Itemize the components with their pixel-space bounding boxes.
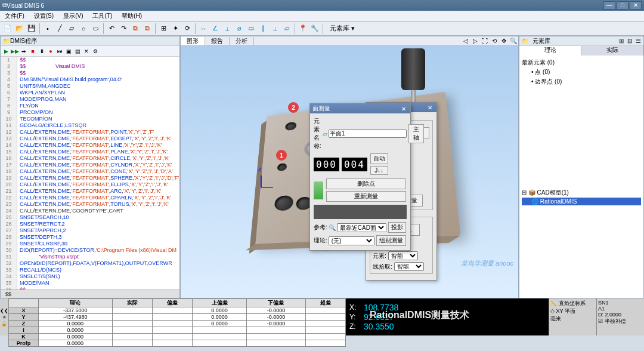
folder-icon: 📁: [3, 38, 10, 44]
proj-button[interactable]: 投影: [388, 222, 406, 233]
tab-report[interactable]: 报告: [205, 37, 230, 45]
opt-button[interactable]: J↓↓: [370, 166, 388, 175]
panel-title: 元素库: [532, 37, 550, 45]
new-icon[interactable]: 📄: [2, 23, 13, 34]
open-icon[interactable]: 📂: [14, 23, 25, 34]
view-pan-icon[interactable]: ✥: [499, 36, 509, 46]
plane-tool-icon[interactable]: ▱: [66, 23, 77, 34]
menu-view[interactable]: 显示(V): [58, 12, 88, 20]
ref-select[interactable]: 最靠近CAD面: [337, 223, 386, 232]
expand-icon[interactable]: ❮❮: [0, 308, 8, 313]
menu-settings[interactable]: 设置(S): [29, 12, 58, 20]
run-line-icon[interactable]: ▶▶: [11, 47, 19, 56]
status-info: 📐 直角坐标系 ◇ XY 平面 毫米: [549, 298, 596, 335]
dim-icon[interactable]: ↔: [198, 23, 209, 34]
axis-gizmo: Z: [258, 173, 276, 190]
line-tool-icon[interactable]: ╱: [54, 23, 65, 34]
cad-section: ⊟ 📦 CAD模型(1): [522, 188, 641, 198]
result-table: 理论实际偏差上偏差下偏差超差 X-337.50000.0000-0.0000Y-…: [8, 298, 346, 347]
tab-actual[interactable]: 实际: [581, 46, 643, 56]
collapse-icon[interactable]: ▣: [64, 47, 73, 56]
group-button[interactable]: 组别测量: [376, 235, 406, 246]
skip-icon[interactable]: ⏭: [55, 47, 64, 56]
save-icon[interactable]: 💾: [26, 23, 37, 34]
counter-done: 000: [314, 158, 339, 171]
step-icon[interactable]: ➡: [20, 47, 28, 56]
circle-tool-icon[interactable]: ○: [78, 23, 89, 34]
params-button[interactable]: 主轴: [408, 124, 424, 143]
stop-icon[interactable]: ■: [29, 47, 37, 56]
cylinder-tool-icon[interactable]: ⬭: [90, 23, 101, 34]
tab-graphics[interactable]: 图形: [181, 37, 205, 45]
cad-item: 🌐 RationalDMIS: [522, 198, 641, 205]
view-rotate-icon[interactable]: ⟲: [490, 36, 499, 46]
redo-icon[interactable]: ↷: [118, 23, 129, 34]
menu-help[interactable]: 帮助(H): [117, 12, 147, 20]
remeasure-button[interactable]: 重新测量: [326, 191, 406, 202]
angle-icon[interactable]: ∠: [210, 23, 221, 34]
nominal-select[interactable]: (无): [329, 236, 374, 245]
edge-select[interactable]: 智能: [394, 262, 424, 271]
close-button[interactable]: ✕: [630, 1, 642, 10]
search-icon: 🔍: [329, 224, 336, 231]
close-icon[interactable]: ✕: [426, 104, 434, 111]
view-prev-icon[interactable]: ◁: [461, 36, 470, 46]
gdtol-icon[interactable]: ▭: [246, 23, 256, 34]
feature-name-input[interactable]: [329, 130, 407, 138]
cs-icon[interactable]: ✦: [170, 23, 181, 34]
app-title: Visual DMIS 6: [7, 2, 44, 9]
rotate-icon[interactable]: ⟳: [182, 23, 193, 34]
view-next-icon[interactable]: ▷: [470, 36, 480, 46]
tool-icon[interactable]: ☰: [636, 38, 641, 44]
tol-icon[interactable]: ⌀: [234, 23, 244, 34]
break-icon[interactable]: ⧉: [142, 23, 153, 34]
close-icon[interactable]: ✕: [400, 106, 408, 112]
view-fit-icon[interactable]: ⛶: [480, 36, 490, 46]
minimize-button[interactable]: —: [603, 1, 615, 10]
sensor-icon[interactable]: 🔧: [309, 23, 320, 34]
tab-analyze[interactable]: 分析: [230, 37, 254, 45]
feature-tree[interactable]: 最新元素 (0) • 点 (0) • 边界点 (0) ⊟ 📦 CAD模型(1) …: [519, 56, 643, 298]
pause-icon[interactable]: ⏸: [38, 47, 46, 56]
undo-icon[interactable]: ↶: [106, 23, 117, 34]
feature-library-panel: 📁 元素库 ⊞ ⊟ ☰ 理论 实际 最新元素 (0) • 点 (0) • 边界点…: [519, 36, 644, 298]
app-icon: ⧉: [2, 2, 7, 9]
align-icon[interactable]: ⊞: [158, 23, 169, 34]
code-editor[interactable]: 1234567891011121314151617181920212223242…: [1, 57, 179, 290]
menu-tools[interactable]: 工具(T): [88, 12, 117, 20]
probe-icon[interactable]: 📍: [298, 23, 308, 34]
main-toolbar: 📄 📂 💾 • ╱ ▱ ○ ⬭ ↶ ↷ ⧉ ⧉ ⊞ ✦ ⟳ ↔ ∠ ⟂ ⌀ ▭ …: [0, 21, 644, 36]
lock-icon[interactable]: 🔒: [0, 321, 8, 327]
link-icon[interactable]: ⧉: [130, 23, 141, 34]
touch-point-marker: 2: [288, 102, 299, 113]
collapse-icon[interactable]: ✕: [0, 315, 8, 320]
dist-icon[interactable]: ⟂: [222, 23, 233, 34]
maximize-button[interactable]: □: [617, 1, 628, 10]
menu-file[interactable]: 文件(F): [0, 12, 29, 20]
3d-viewport[interactable]: 图形 报告 分析 ◁ ▷ ⛶ ⟲ ✥ 🔍: [180, 36, 519, 298]
view-zoom-icon[interactable]: 🔍: [509, 36, 518, 46]
run-icon[interactable]: ▶: [2, 47, 10, 56]
expand-icon[interactable]: ▤: [73, 47, 82, 56]
tool-icon[interactable]: ⊟: [627, 38, 632, 44]
sensor-info: SN1 A1 D: 2.0000 ☑ 半径补偿: [596, 298, 644, 335]
clear-icon[interactable]: ✕: [82, 47, 91, 56]
record-icon[interactable]: ●: [47, 47, 55, 56]
parallel-icon[interactable]: ∥: [258, 23, 268, 34]
plane-measure-dialog: 面测量✕ 元素名称: ▱ 主轴 000 004 自动 J↓↓: [309, 103, 411, 251]
tree-item: 最新元素 (0): [522, 58, 641, 67]
h-scrollbar[interactable]: $$: [1, 290, 179, 298]
tool-icon[interactable]: ⊞: [619, 38, 624, 44]
point-tool-icon[interactable]: •: [42, 23, 53, 34]
perp-icon[interactable]: ⟂: [270, 23, 280, 34]
auto-button[interactable]: 自动: [370, 153, 388, 164]
overlay-text: RationalDMIS测量技术: [370, 309, 469, 322]
features-dropdown[interactable]: 元素库 ▾: [326, 23, 359, 34]
delpoint-button[interactable]: 删除点: [326, 178, 406, 189]
flat-icon[interactable]: ▱: [281, 23, 292, 34]
plane-icon: ▱: [323, 131, 327, 137]
tab-nominal[interactable]: 理论: [519, 46, 581, 56]
gear-icon[interactable]: ⚙: [91, 47, 100, 56]
element-select[interactable]: 智能: [388, 251, 418, 260]
tree-item: • 边界点 (0): [522, 77, 641, 87]
